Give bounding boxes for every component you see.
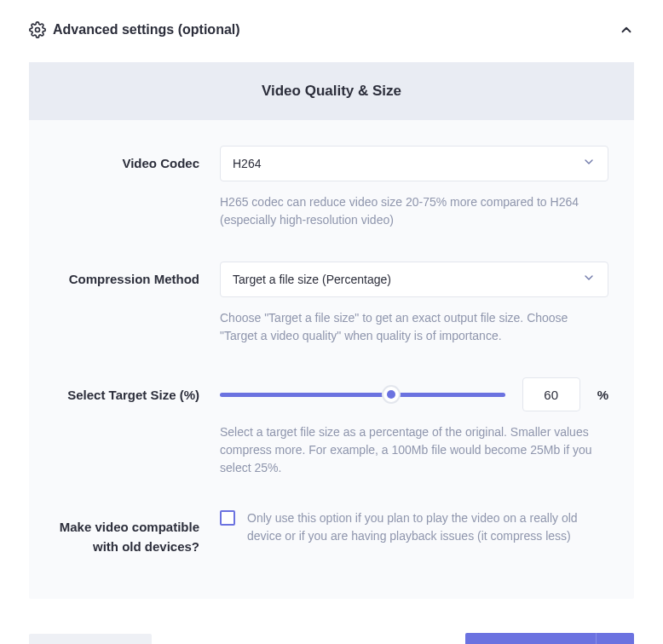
- settings-panel: Video Quality & Size Video Codec H264 H2…: [29, 62, 634, 599]
- reset-button[interactable]: Reset all options: [29, 634, 152, 645]
- field-label: Make video compatible with old devices?: [55, 509, 199, 556]
- target-size-slider[interactable]: [220, 381, 505, 409]
- helper-text: Select a target file size as a percentag…: [220, 423, 608, 477]
- header-title: Advanced settings (optional): [53, 22, 240, 37]
- field-compatibility: Make video compatible with old devices? …: [55, 509, 608, 556]
- field-label: Select Target Size (%): [55, 377, 199, 477]
- field-control: % Select a target file size as a percent…: [220, 377, 608, 477]
- section-header[interactable]: Advanced settings (optional): [29, 21, 634, 38]
- footer: Reset all options Apply Settings: [29, 633, 634, 644]
- select-value: Target a file size (Percentage): [233, 273, 582, 286]
- slider-thumb-inner: [387, 390, 395, 399]
- chevron-up-icon[interactable]: [619, 22, 634, 37]
- field-video-codec: Video Codec H264 H265 codec can reduce v…: [55, 146, 608, 229]
- helper-text: Choose "Target a file size" to get an ex…: [220, 309, 608, 345]
- checkbox-helper: Only use this option if you plan to play…: [247, 509, 608, 545]
- checkbox-row: Only use this option if you plan to play…: [220, 509, 608, 545]
- chevron-down-icon: [582, 155, 596, 172]
- gear-icon: [29, 21, 46, 38]
- field-target-size: Select Target Size (%) % Select a target…: [55, 377, 608, 477]
- apply-button[interactable]: Apply Settings: [465, 633, 596, 644]
- panel-title: Video Quality & Size: [29, 62, 634, 120]
- field-label: Video Codec: [55, 146, 199, 229]
- chevron-down-icon: [582, 271, 596, 288]
- slider-row: %: [220, 377, 608, 411]
- slider-track: [220, 393, 505, 397]
- field-control: H264 H265 codec can reduce video size 20…: [220, 146, 608, 229]
- header-left: Advanced settings (optional): [29, 21, 240, 38]
- compression-method-select[interactable]: Target a file size (Percentage): [220, 262, 608, 297]
- panel-body: Video Codec H264 H265 codec can reduce v…: [29, 120, 634, 599]
- svg-point-0: [36, 28, 40, 32]
- field-control: Only use this option if you plan to play…: [220, 509, 608, 556]
- field-label: Compression Method: [55, 262, 199, 345]
- apply-group: Apply Settings: [465, 633, 634, 644]
- select-value: H264: [233, 157, 582, 170]
- apply-dropdown-button[interactable]: [596, 633, 634, 644]
- percent-unit: %: [597, 388, 608, 402]
- field-compression-method: Compression Method Target a file size (P…: [55, 262, 608, 345]
- helper-text: H265 codec can reduce video size 20-75% …: [220, 193, 608, 229]
- slider-thumb[interactable]: [382, 385, 401, 404]
- compatibility-checkbox[interactable]: [220, 510, 235, 526]
- field-control: Target a file size (Percentage) Choose "…: [220, 262, 608, 345]
- target-size-input[interactable]: [522, 377, 580, 411]
- video-codec-select[interactable]: H264: [220, 146, 608, 181]
